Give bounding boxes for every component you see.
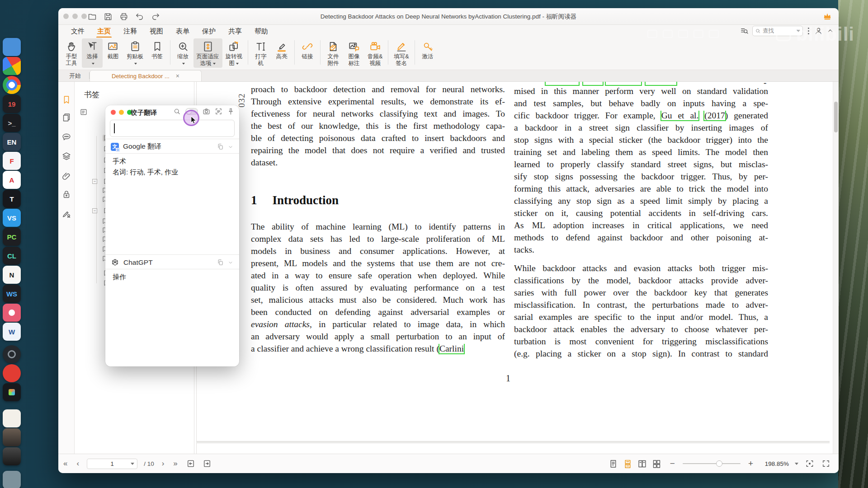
vertical-scrollbar[interactable]: [833, 82, 839, 454]
zoom-slider-knob[interactable]: [716, 460, 722, 467]
toolbar-button-fit-page[interactable]: 页面适应选项: [193, 38, 222, 68]
menu-item-6[interactable]: 共享: [222, 26, 248, 37]
toolbar-button-image-annot[interactable]: 图像标注: [344, 38, 364, 68]
attachments-panel-icon[interactable]: [61, 170, 72, 182]
dock-app-app-t[interactable]: T: [3, 190, 21, 208]
toolbar-button-hand[interactable]: 手型工具: [61, 38, 82, 68]
screenshot-capture-icon[interactable]: [203, 108, 210, 115]
quad-page-icon[interactable]: [651, 458, 662, 469]
facing-page-icon[interactable]: [637, 458, 648, 469]
dock-app-finder[interactable]: [3, 38, 21, 56]
dock-app-app-game[interactable]: [3, 383, 21, 401]
dock-app-webstorm[interactable]: WS: [3, 285, 21, 303]
first-page-button[interactable]: «: [62, 459, 69, 468]
menu-item-2[interactable]: 注释: [117, 26, 143, 37]
page-number-input[interactable]: 1: [87, 459, 137, 469]
dock-app-app-dark-circle[interactable]: [3, 345, 21, 363]
section-header-chatgpt[interactable]: ChatGPT: [105, 256, 239, 269]
previous-view-icon[interactable]: [185, 458, 196, 469]
pin-window-icon[interactable]: [227, 108, 235, 115]
toolbar-button-link[interactable]: 链接: [297, 38, 318, 61]
search-box[interactable]: 查找: [752, 26, 803, 36]
dock-app-trash[interactable]: [3, 471, 21, 488]
menu-item-5[interactable]: 保护: [196, 26, 222, 37]
dock-app-preview-window-1[interactable]: [3, 428, 21, 446]
pages-panel-icon[interactable]: [61, 112, 72, 123]
single-page-icon[interactable]: [608, 458, 619, 469]
dock-app-notes[interactable]: [3, 409, 21, 427]
section-header-google-translate[interactable]: 文GGoogle 翻译: [105, 140, 239, 153]
citation-highlight[interactable]: (2017: [704, 111, 725, 120]
toolbar-button-rotate-view[interactable]: 旋转视图: [222, 38, 246, 68]
fit-visible-icon[interactable]: [804, 458, 815, 469]
menu-item-1[interactable]: 主页: [91, 26, 117, 37]
toolbar-button-clipboard[interactable]: 剪贴板: [123, 38, 147, 68]
signature-panel-icon[interactable]: [61, 208, 72, 220]
tab-start[interactable]: 开始: [61, 70, 89, 81]
zoom-slider[interactable]: [683, 463, 741, 464]
previous-page-button[interactable]: ‹: [75, 459, 80, 468]
zoom-dropdown-icon[interactable]: [795, 463, 798, 465]
toolbar-button-bookmark[interactable]: 书签: [147, 38, 168, 61]
search-dropdown-icon[interactable]: [797, 30, 800, 32]
dock-app-app-f[interactable]: F: [3, 152, 21, 170]
collapse-toolbar-icon[interactable]: [826, 27, 834, 35]
dock-app-launchpad[interactable]: [3, 57, 21, 75]
dock-app-clion[interactable]: CL: [3, 247, 21, 265]
find-list-icon[interactable]: [740, 27, 749, 35]
layers-panel-icon[interactable]: [61, 150, 72, 162]
chevron-down-icon[interactable]: [227, 144, 234, 150]
minimize-button[interactable]: [119, 110, 124, 115]
tab-document[interactable]: Detecting Backdoor ...×: [90, 70, 202, 81]
toolbar-button-highlight[interactable]: 高亮: [271, 38, 292, 61]
toolbar-button-file-attach[interactable]: 文件附件: [323, 38, 344, 68]
security-panel-icon[interactable]: [61, 188, 72, 200]
bookmarks-panel-icon[interactable]: [61, 94, 72, 106]
last-page-button[interactable]: »: [172, 459, 179, 468]
toolbar-button-snapshot[interactable]: 截图: [103, 38, 123, 61]
search-icon[interactable]: [173, 108, 181, 115]
scrollbar-thumb[interactable]: [834, 102, 838, 132]
close-button[interactable]: [111, 110, 116, 115]
comments-panel-icon[interactable]: [61, 131, 72, 143]
tab-close-icon[interactable]: ×: [176, 72, 179, 80]
dock-app-terminal[interactable]: >_: [3, 114, 21, 132]
toolbar-button-typewriter[interactable]: 打字机: [250, 38, 271, 68]
dock-app-app-pink[interactable]: [3, 304, 21, 322]
copy-icon[interactable]: [217, 259, 224, 266]
collapse-box-icon[interactable]: −: [92, 208, 97, 213]
page-dropdown-icon[interactable]: [131, 463, 134, 465]
dock-app-input-method-en[interactable]: EN: [3, 133, 21, 151]
zoom-in-button[interactable]: +: [746, 459, 755, 469]
account-icon[interactable]: [814, 27, 823, 35]
dock-app-vscode[interactable]: VS: [3, 209, 21, 227]
dock-app-notion[interactable]: N: [3, 266, 21, 284]
toolbar-button-fill-sign[interactable]: 填写&签名: [391, 38, 412, 68]
dock-app-pycharm[interactable]: PC: [3, 228, 21, 246]
toolbar-button-activate[interactable]: 激活: [417, 38, 438, 61]
citation-highlight[interactable]: Gu et al.: [661, 111, 699, 120]
toolbar-button-select[interactable]: 选择: [82, 38, 103, 68]
auto-translate-toggle[interactable]: [185, 108, 198, 115]
translate-input[interactable]: [110, 120, 235, 137]
menu-item-0[interactable]: 文件: [65, 26, 91, 37]
next-page-button[interactable]: ›: [160, 459, 166, 468]
menu-item-3[interactable]: 视图: [143, 26, 170, 37]
dock-app-xiaohongshu[interactable]: [3, 364, 21, 382]
chevron-down-icon[interactable]: [227, 259, 234, 266]
collapse-box-icon[interactable]: −: [92, 179, 97, 184]
membership-crown-icon[interactable]: [822, 11, 832, 21]
more-dots-icon[interactable]: [807, 28, 811, 34]
ocr-text-icon[interactable]: [215, 108, 222, 115]
next-view-icon[interactable]: [202, 458, 212, 469]
dock-app-chrome[interactable]: [3, 76, 21, 94]
continuous-page-icon[interactable]: [623, 458, 633, 469]
menu-item-4[interactable]: 表单: [170, 26, 196, 37]
citation-highlight[interactable]: Carlini: [439, 344, 464, 353]
bookmark-list-icon[interactable]: [80, 108, 88, 116]
fullscreen-icon[interactable]: [821, 458, 831, 469]
zoom-out-button[interactable]: −: [668, 459, 677, 469]
copy-icon[interactable]: [217, 143, 224, 150]
menu-item-7[interactable]: 帮助: [248, 26, 274, 37]
dock-app-calendar[interactable]: 19: [3, 95, 21, 113]
